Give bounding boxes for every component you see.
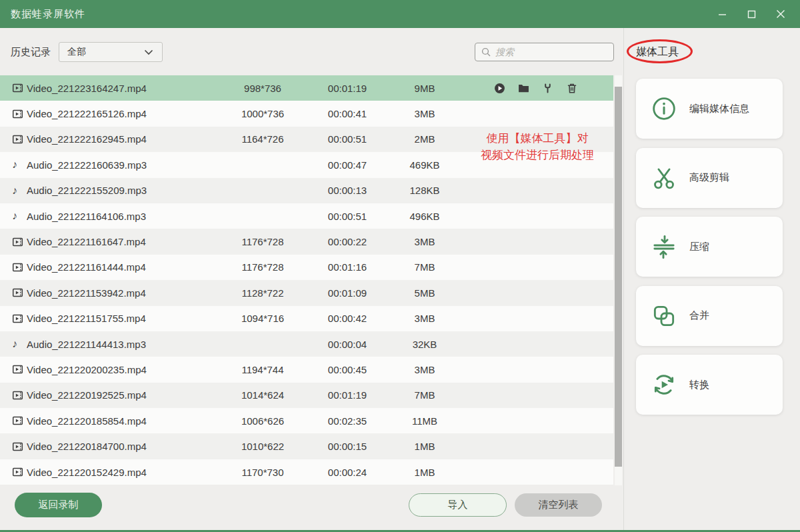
file-name: Audio_221222160639.mp3 xyxy=(27,159,223,171)
delete-button[interactable] xyxy=(566,83,577,94)
scissors-icon xyxy=(651,165,677,191)
table-row[interactable]: Video_221220185854.mp4 1006*626 00:02:35… xyxy=(0,408,613,433)
table-row[interactable]: ♪ Audio_221222155209.mp3 00:00:13 128KB xyxy=(0,178,613,203)
tools-button[interactable] xyxy=(542,83,553,94)
file-type-icon xyxy=(12,109,27,119)
table-row[interactable]: Video_221220152429.mp4 1170*730 00:00:24… xyxy=(0,459,613,485)
list-scrollbar[interactable] xyxy=(615,75,622,485)
file-name: Video_221220200235.mp4 xyxy=(27,364,223,375)
file-name: Video_221221151755.mp4 xyxy=(27,313,223,324)
maximize-icon xyxy=(747,10,756,19)
file-name: Video_221221153942.mp4 xyxy=(27,287,223,299)
tool-card-scissors[interactable]: 高级剪辑 xyxy=(636,148,783,208)
file-type-icon: ♪ xyxy=(12,159,27,170)
file-duration: 00:01:09 xyxy=(303,287,392,299)
search-icon xyxy=(481,47,491,57)
file-size: 7MB xyxy=(392,389,457,401)
file-resolution: 1014*624 xyxy=(223,389,303,401)
file-duration: 00:00:51 xyxy=(303,211,392,222)
history-filter-dropdown[interactable]: 全部 xyxy=(59,42,163,62)
clear-list-button[interactable]: 清空列表 xyxy=(515,493,602,517)
file-type-icon xyxy=(12,83,27,93)
file-duration: 00:00:04 xyxy=(303,339,392,350)
info-icon xyxy=(651,95,677,122)
file-type-icon xyxy=(12,134,27,145)
file-resolution: 998*736 xyxy=(223,83,303,94)
video-file-icon xyxy=(12,467,23,477)
tool-card-convert[interactable]: 转换 xyxy=(636,355,783,415)
file-duration: 00:00:15 xyxy=(303,441,392,452)
video-file-icon xyxy=(12,83,23,93)
file-size: 3MB xyxy=(392,313,457,324)
tool-card-info[interactable]: 编辑媒体信息 xyxy=(636,79,783,139)
file-type-icon xyxy=(12,441,27,452)
open-folder-button[interactable] xyxy=(518,83,529,94)
info-icon xyxy=(651,95,677,122)
file-type-icon xyxy=(12,313,27,324)
folder-icon xyxy=(518,83,529,93)
file-resolution: 1128*722 xyxy=(223,287,303,299)
table-row[interactable]: Video_221221161444.mp4 1176*728 00:01:16… xyxy=(0,255,613,280)
table-row[interactable]: Video_221220184700.mp4 1010*622 00:00:15… xyxy=(0,433,613,459)
file-name: Video_221221161444.mp4 xyxy=(27,261,223,273)
table-row[interactable]: Video_221223164247.mp4 998*736 00:01:19 … xyxy=(0,75,613,101)
file-type-icon xyxy=(12,237,27,247)
video-file-icon xyxy=(12,109,23,119)
file-type-icon xyxy=(12,415,27,426)
file-size: 1MB xyxy=(392,441,457,452)
video-file-icon xyxy=(12,134,23,145)
tool-card-merge[interactable]: 合并 xyxy=(636,286,783,346)
table-row[interactable]: ♪ Audio_221221144413.mp3 00:00:04 32KB xyxy=(0,331,613,357)
table-row[interactable]: Video_221220200235.mp4 1194*744 00:00:45… xyxy=(0,357,613,382)
minimize-icon xyxy=(718,10,727,19)
file-resolution: 1170*730 xyxy=(223,467,303,478)
file-duration: 00:01:19 xyxy=(303,389,392,401)
file-size: 3MB xyxy=(392,108,457,119)
convert-icon xyxy=(651,371,677,398)
close-button[interactable] xyxy=(771,4,791,24)
table-row[interactable]: Video_221221153942.mp4 1128*722 00:01:09… xyxy=(0,280,613,305)
table-row[interactable]: Video_221221161647.mp4 1176*728 00:00:22… xyxy=(0,229,613,254)
table-row[interactable]: Video_221220192525.mp4 1014*624 00:01:19… xyxy=(0,383,613,408)
play-button[interactable] xyxy=(494,83,505,94)
tool-label: 编辑媒体信息 xyxy=(689,103,749,115)
file-name: Audio_221221144413.mp3 xyxy=(27,339,223,350)
window-controls xyxy=(712,0,791,28)
scrollbar-thumb[interactable] xyxy=(615,87,622,467)
file-duration: 00:00:13 xyxy=(303,185,392,196)
table-row[interactable]: ♪ Audio_221221164106.mp3 00:00:51 496KB xyxy=(0,203,613,229)
compress-icon xyxy=(651,233,677,260)
file-type-icon: ♪ xyxy=(12,185,27,196)
scissors-icon xyxy=(651,165,677,191)
file-resolution: 1010*622 xyxy=(223,441,303,452)
play-icon xyxy=(494,83,505,94)
back-to-record-button[interactable]: 返回录制 xyxy=(15,493,102,517)
maximize-button[interactable] xyxy=(741,4,761,24)
video-file-icon xyxy=(12,415,23,426)
file-size: 11MB xyxy=(392,415,457,427)
video-file-icon xyxy=(12,237,23,247)
search-input[interactable] xyxy=(491,43,621,61)
app-window: 数据蛙录屏软件 历史记录 全部 xyxy=(0,0,800,532)
file-name: Audio_221221164106.mp3 xyxy=(27,211,223,222)
history-label: 历史记录 xyxy=(11,46,51,59)
file-resolution: 1164*726 xyxy=(223,133,303,145)
music-note-icon: ♪ xyxy=(12,339,17,349)
file-duration: 00:02:35 xyxy=(303,415,392,427)
file-duration: 00:00:42 xyxy=(303,313,392,324)
convert-icon xyxy=(651,371,677,398)
table-row[interactable]: Video_221222165126.mp4 1000*736 00:00:41… xyxy=(0,101,613,126)
file-resolution: 1194*744 xyxy=(223,364,303,375)
import-button[interactable]: 导入 xyxy=(409,493,507,517)
table-row[interactable]: Video_221221151755.mp4 1094*716 00:00:42… xyxy=(0,306,613,331)
file-name: Video_221220152429.mp4 xyxy=(27,467,223,478)
minimize-button[interactable] xyxy=(712,4,732,24)
video-file-icon xyxy=(12,313,23,324)
file-type-icon xyxy=(12,287,27,298)
close-icon xyxy=(776,9,785,19)
file-size: 496KB xyxy=(392,211,457,222)
file-size: 3MB xyxy=(392,364,457,375)
tool-card-compress[interactable]: 压缩 xyxy=(636,217,783,277)
row-actions xyxy=(457,83,613,94)
tool-label: 高级剪辑 xyxy=(689,171,729,184)
